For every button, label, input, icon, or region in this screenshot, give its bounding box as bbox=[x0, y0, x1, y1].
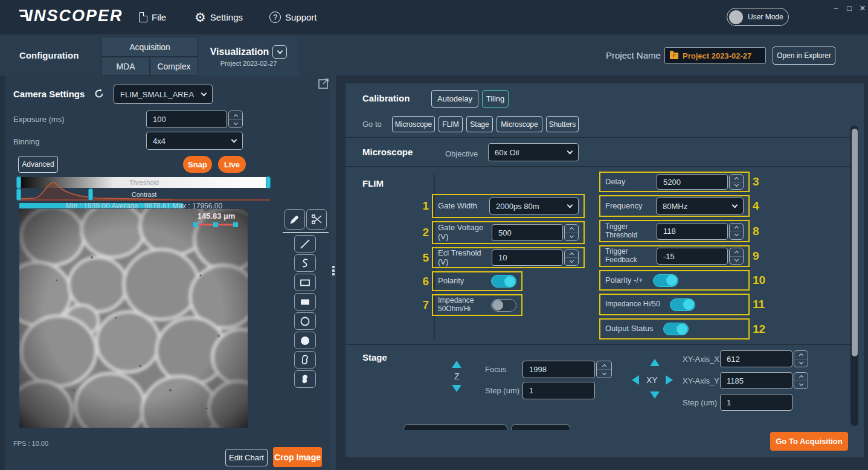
objective-dropdown[interactable]: 60x Oil bbox=[488, 143, 579, 161]
z-up-arrow[interactable] bbox=[452, 361, 461, 368]
window-minimize-button[interactable]: – bbox=[831, 4, 841, 13]
z-down-arrow[interactable] bbox=[452, 385, 461, 392]
user-mode-toggle[interactable]: User Mode bbox=[727, 8, 789, 26]
gate-voltage-stepper[interactable] bbox=[564, 224, 579, 241]
advanced-button[interactable]: Advanced bbox=[18, 156, 58, 173]
goto-flim-button[interactable]: FLIM bbox=[439, 116, 463, 132]
stepper-down-icon[interactable] bbox=[229, 119, 242, 127]
frequency-dropdown[interactable]: 80MHz bbox=[656, 198, 744, 214]
xy-down-arrow[interactable] bbox=[650, 391, 660, 399]
ecl-threshold-stepper[interactable] bbox=[564, 249, 579, 266]
project-name-input[interactable]: F Project 2023-02-27 bbox=[664, 47, 766, 64]
flim-left-column: 1 Gate Width 2000ps 80m 2 Gate Voltage (… bbox=[416, 194, 585, 316]
annotation-number: 5 bbox=[416, 247, 429, 268]
exposure-input[interactable]: 100 bbox=[146, 111, 227, 128]
live-button[interactable]: Live bbox=[218, 156, 246, 173]
folder-icon: F bbox=[670, 53, 678, 59]
next-section-field-partial bbox=[403, 424, 507, 430]
focus-stepper[interactable] bbox=[596, 361, 612, 378]
menu-support-label: Support bbox=[285, 12, 317, 22]
window-close-button[interactable]: ✕ bbox=[858, 4, 867, 13]
delay-input[interactable]: 5200 bbox=[657, 174, 728, 190]
xy-left-arrow[interactable] bbox=[632, 375, 639, 385]
menu-settings[interactable]: ⚙ Settings bbox=[194, 0, 243, 34]
xy-up-arrow[interactable] bbox=[650, 359, 660, 366]
threshold-handle-left[interactable] bbox=[16, 176, 21, 188]
snap-button[interactable]: Snap bbox=[183, 156, 212, 173]
draw-rectangle-button[interactable] bbox=[294, 274, 316, 291]
xy-axis-y-stepper[interactable] bbox=[794, 372, 808, 389]
ecl-threshold-input[interactable]: 10 bbox=[492, 249, 563, 266]
draw-circle-button[interactable] bbox=[294, 312, 316, 330]
measurement-ruler[interactable]: 145.83 µm bbox=[193, 211, 239, 231]
draw-pencil-button[interactable] bbox=[285, 209, 305, 230]
focus-input[interactable]: 1998 bbox=[522, 361, 595, 378]
impedance-toggle[interactable] bbox=[491, 299, 516, 312]
trigger-feedback-stepper[interactable] bbox=[729, 248, 744, 265]
polarity-toggle[interactable] bbox=[491, 275, 516, 288]
annotation-number: 7 bbox=[416, 294, 429, 316]
goto-microscope2-button[interactable]: Microscope bbox=[497, 116, 542, 132]
tab-mda[interactable]: MDA bbox=[101, 57, 150, 76]
visualization-dropdown-button[interactable] bbox=[272, 45, 287, 59]
project-name-value: Project 2023-02-27 bbox=[683, 51, 751, 60]
gate-voltage-input[interactable]: 500 bbox=[492, 224, 563, 241]
draw-line-button[interactable] bbox=[294, 235, 316, 253]
polarity-pm-toggle[interactable] bbox=[653, 274, 678, 287]
tab-complex[interactable]: Complex bbox=[150, 57, 198, 76]
draw-filled-circle-button[interactable] bbox=[294, 332, 316, 349]
chevron-down-icon bbox=[732, 202, 738, 208]
autodelay-button[interactable]: Autodelay bbox=[431, 90, 478, 108]
menu-support[interactable]: ? Support bbox=[269, 0, 317, 34]
xy-axis-x-stepper[interactable] bbox=[794, 350, 808, 367]
calibration-title: Calibration bbox=[362, 93, 410, 103]
edit-chart-button[interactable]: Edit Chart bbox=[225, 449, 268, 466]
objective-value: 60x Oil bbox=[495, 148, 519, 157]
crop-image-button[interactable]: Crop Image bbox=[273, 447, 322, 467]
contrast-handle-left[interactable] bbox=[16, 188, 21, 201]
goto-stage-button[interactable]: Stage bbox=[466, 116, 493, 132]
z-step-input[interactable]: 1 bbox=[522, 382, 595, 399]
draw-curve-button[interactable] bbox=[294, 254, 316, 272]
exposure-stepper[interactable] bbox=[228, 111, 243, 128]
flim-field-gate-width: 1 Gate Width 2000ps 80m bbox=[416, 194, 585, 218]
goto-microscope-button[interactable]: Microscope bbox=[392, 116, 435, 132]
draw-filled-rectangle-button[interactable] bbox=[294, 293, 316, 311]
xy-axis-label: XY bbox=[646, 375, 658, 385]
focus-label: Focus bbox=[485, 365, 506, 374]
threshold-handle-right[interactable] bbox=[266, 176, 271, 188]
draw-freeform-button[interactable] bbox=[294, 351, 316, 369]
window-maximize-button[interactable]: □ bbox=[844, 4, 854, 13]
draw-filled-freeform-button[interactable] bbox=[294, 370, 316, 388]
xy-axis-x-input[interactable]: 612 bbox=[720, 350, 792, 367]
xy-right-arrow[interactable] bbox=[666, 375, 673, 385]
delay-stepper[interactable] bbox=[729, 174, 744, 190]
flim-field-output-status: Output Status 12 bbox=[599, 318, 766, 340]
gate-width-dropdown[interactable]: 2000ps 80m bbox=[489, 198, 579, 214]
output-status-toggle[interactable] bbox=[663, 323, 689, 335]
go-to-acquisition-button[interactable]: Go To Acquisition bbox=[770, 432, 848, 451]
binning-dropdown[interactable]: 4x4 bbox=[146, 132, 243, 150]
tab-acquisition[interactable]: Acquisition bbox=[101, 37, 198, 57]
tiling-button[interactable]: Tiling bbox=[482, 90, 509, 108]
tab-configuration[interactable]: Configuration bbox=[19, 34, 79, 76]
xy-axis-y-input[interactable]: 1185 bbox=[720, 372, 792, 389]
scrollbar-thumb[interactable] bbox=[852, 129, 858, 356]
panel-scrollbar[interactable] bbox=[850, 126, 858, 426]
contrast-handle-right[interactable] bbox=[88, 188, 93, 201]
goto-shutters-button[interactable]: Shutters bbox=[546, 116, 579, 132]
menu-file[interactable]: File bbox=[139, 0, 166, 34]
refresh-icon[interactable] bbox=[94, 88, 104, 99]
trigger-threshold-input[interactable]: 118 bbox=[657, 223, 728, 240]
camera-preset-dropdown[interactable]: FLIM_SMALL_AREA bbox=[114, 85, 213, 104]
trigger-feedback-input[interactable]: -15 bbox=[657, 248, 728, 265]
cut-scissors-button[interactable] bbox=[306, 209, 327, 230]
popout-panel-icon[interactable] bbox=[318, 77, 330, 89]
xy-step-input[interactable]: 1 bbox=[720, 394, 792, 411]
open-in-explorer-button[interactable]: Open in Explorer bbox=[773, 47, 835, 65]
tab-visualization[interactable]: Visualization Project 2023-02-27 bbox=[199, 37, 298, 76]
impedance-hi50-toggle[interactable] bbox=[670, 298, 695, 311]
stepper-up-icon[interactable] bbox=[229, 111, 242, 119]
splitter-grip-icon[interactable] bbox=[332, 266, 335, 279]
trigger-threshold-stepper[interactable] bbox=[729, 223, 744, 240]
